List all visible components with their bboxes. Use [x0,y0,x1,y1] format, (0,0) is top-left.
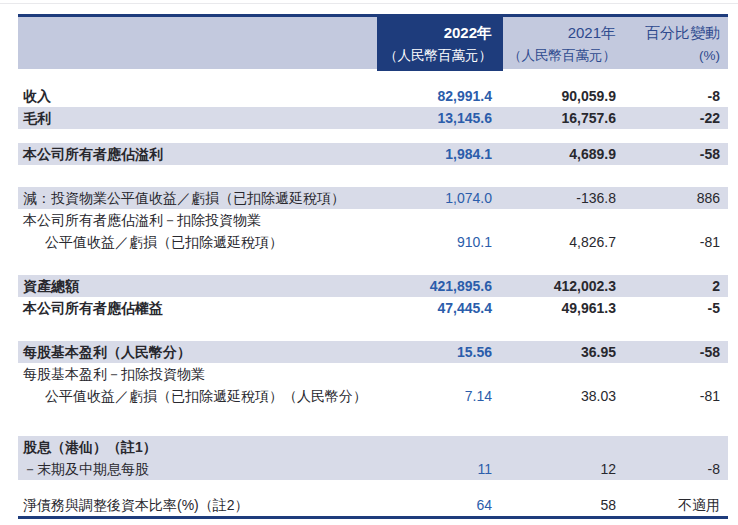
value-2021: 38.03 [503,385,617,407]
value-2021: 16,757.6 [503,107,617,129]
value-2021: 12 [503,458,617,480]
value-percent-change: 2 [617,275,728,297]
value-2022: 47,445.4 [377,297,503,319]
table-row: 本公司所有者應佔溢利1,984.14,689.9-58 [18,143,728,165]
value-2021: 4,826.7 [503,231,617,253]
value-2022 [377,363,503,385]
table-row: 每股基本盈利－扣除投資物業 [18,363,728,385]
value-percent-change [617,436,728,458]
value-2021: 36.95 [503,341,617,363]
row-label: 本公司所有者應佔溢利－扣除投資物業 [18,209,377,231]
value-percent-change: 不適用 [617,496,728,516]
row-spacer [18,165,728,187]
value-2022: 1,074.0 [377,187,503,209]
value-2022: 13,145.6 [377,107,503,129]
value-2022 [377,436,503,458]
value-2022 [377,209,503,231]
value-2021 [503,436,617,458]
table-row: 每股基本盈利（人民幣分）15.5636.95-58 [18,341,728,363]
header-2021-year: 2021年 [503,20,616,45]
header-col-2021: 2021年 （人民幣百萬元） [503,17,617,69]
row-label: 每股基本盈利（人民幣分） [18,341,377,363]
value-percent-change: -8 [617,85,728,107]
value-2022: 64 [377,496,503,516]
table-row: 本公司所有者應佔權益47,445.449,961.3-5 [18,297,728,319]
value-2022: 7.14 [377,385,503,407]
value-2021 [503,209,617,231]
financial-summary-page: 2022年 （人民幣百萬元） 2021年 （人民幣百萬元） 百分比變動 (%) … [0,0,738,525]
row-label: 公平值收益／虧損（已扣除遞延稅項） [18,231,377,253]
value-percent-change: -58 [617,143,728,165]
value-2022: 15.56 [377,341,503,363]
value-percent-change: -81 [617,231,728,253]
row-label: 公平值收益／虧損（已扣除遞延稅項）（人民幣分） [18,385,377,407]
value-percent-change: -22 [617,107,728,129]
table-row: 毛利13,145.616,757.6-22 [18,107,728,129]
row-label: 收入 [18,85,377,107]
table-header: 2022年 （人民幣百萬元） 2021年 （人民幣百萬元） 百分比變動 (%) [18,14,728,69]
value-2021 [503,363,617,385]
table-row: 淨債務與調整後資本比率(%)（註2）6458不適用 [18,496,728,516]
row-label: 本公司所有者應佔溢利 [18,143,377,165]
row-spacer [18,407,728,436]
header-col-2022: 2022年 （人民幣百萬元） [377,14,503,71]
value-2022: 910.1 [377,231,503,253]
value-2022: 82,991.4 [377,85,503,107]
value-percent-change: -58 [617,341,728,363]
header-col-percent-change: 百分比變動 (%) [617,17,728,69]
value-2021: 90,059.9 [503,85,617,107]
row-label: 淨債務與調整後資本比率(%)（註2） [18,496,377,516]
table-row: －末期及中期息每股1112-8 [18,458,728,480]
table-row: 資產總額421,895.6412,002.32 [18,275,728,297]
header-2022-year: 2022年 [377,20,492,45]
value-percent-change: -81 [617,385,728,407]
row-spacer [18,480,728,496]
row-spacer [18,129,728,143]
row-label: 每股基本盈利－扣除投資物業 [18,363,377,385]
value-2021: 49,961.3 [503,297,617,319]
table-row: 股息（港仙）（註1） [18,436,728,458]
table-row: 收入82,991.490,059.9-8 [18,85,728,107]
value-percent-change [617,363,728,385]
value-2022: 1,984.1 [377,143,503,165]
header-percent-title: 百分比變動 [617,20,720,45]
value-percent-change: -5 [617,297,728,319]
value-2021: 58 [503,496,617,516]
value-2022: 421,895.6 [377,275,503,297]
table-row: 公平值收益／虧損（已扣除遞延稅項）（人民幣分）7.1438.03-81 [18,385,728,407]
header-percent-unit: (%) [617,45,720,67]
value-2021: 4,689.9 [503,143,617,165]
row-label: 資產總額 [18,275,377,297]
table-body: 收入82,991.490,059.9-8毛利13,145.616,757.6-2… [18,85,728,516]
row-spacer [18,253,728,275]
table-row: 減：投資物業公平值收益／虧損（已扣除遞延稅項）1,074.0-136.8886 [18,187,728,209]
value-2021: 412,002.3 [503,275,617,297]
header-2021-unit: （人民幣百萬元） [503,45,616,67]
table-bottom-rule [18,516,728,519]
header-label-cell [18,17,377,69]
row-label: －末期及中期息每股 [18,458,377,480]
value-percent-change: -8 [617,458,728,480]
value-2022: 11 [377,458,503,480]
value-2021: -136.8 [503,187,617,209]
value-percent-change [617,209,728,231]
table-row: 公平值收益／虧損（已扣除遞延稅項）910.14,826.7-81 [18,231,728,253]
table-row: 本公司所有者應佔溢利－扣除投資物業 [18,209,728,231]
row-label: 減：投資物業公平值收益／虧損（已扣除遞延稅項） [18,187,377,209]
row-label: 毛利 [18,107,377,129]
page-top-divider [0,3,738,4]
value-percent-change: 886 [617,187,728,209]
row-label: 本公司所有者應佔權益 [18,297,377,319]
financial-summary-table: 2022年 （人民幣百萬元） 2021年 （人民幣百萬元） 百分比變動 (%) … [18,14,728,519]
header-2022-unit: （人民幣百萬元） [377,45,492,67]
row-label: 股息（港仙）（註1） [18,436,377,458]
row-spacer [18,319,728,341]
